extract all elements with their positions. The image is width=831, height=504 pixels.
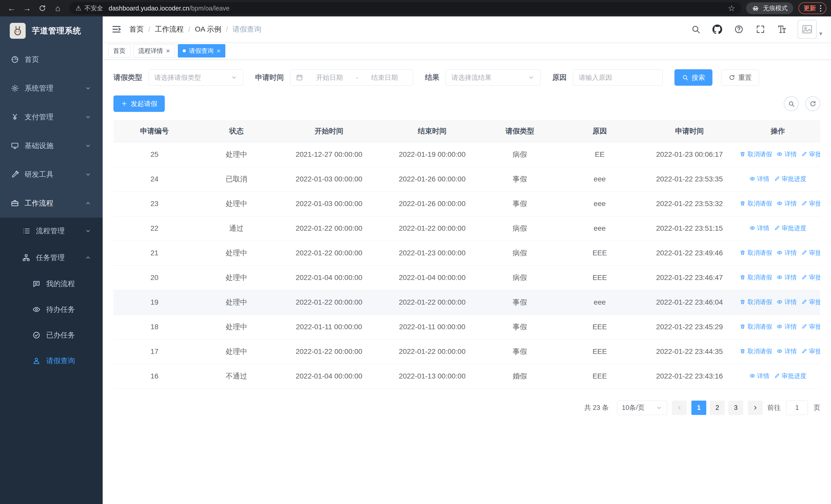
action-detail[interactable]: 详情 bbox=[777, 150, 797, 158]
sidebar-item-3[interactable]: 基础设施 bbox=[0, 131, 103, 160]
address-bar[interactable]: ⚠ 不安全 dashboard.yudao.iocoder.cn/bpm/oa/… bbox=[69, 2, 741, 14]
my-process-icon bbox=[32, 280, 40, 288]
page-button-3[interactable]: 3 bbox=[728, 401, 743, 415]
page-size-select[interactable]: 10条/页 bbox=[617, 401, 667, 415]
bookmark-star-icon[interactable]: ☆ bbox=[728, 3, 735, 13]
action-cancel[interactable]: 取消请假 bbox=[740, 199, 772, 208]
home-button[interactable]: ⌂ bbox=[51, 1, 65, 15]
action-progress[interactable]: 审批进度 bbox=[801, 298, 820, 306]
sidebar-item-2[interactable]: 支付管理 bbox=[0, 102, 103, 131]
date-range-picker[interactable]: 开始日期 - 结束日期 bbox=[290, 69, 413, 86]
action-progress[interactable]: 审批进度 bbox=[801, 347, 820, 355]
action-detail[interactable]: 详情 bbox=[749, 372, 769, 380]
sidebar-item-1[interactable]: 系统管理 bbox=[0, 74, 103, 102]
sidebar-item-11[interactable]: 请假查询 bbox=[0, 348, 103, 374]
result-select[interactable]: 请选择流结果 bbox=[446, 69, 541, 86]
action-detail[interactable]: 详情 bbox=[777, 273, 797, 281]
cell-id: 20 bbox=[113, 265, 195, 290]
sidebar-item-0[interactable]: 首页 bbox=[0, 45, 103, 74]
action-cancel[interactable]: 取消请假 bbox=[740, 298, 772, 306]
sidebar-item-5[interactable]: 工作流程 bbox=[0, 189, 103, 217]
action-detail[interactable]: 详情 bbox=[777, 323, 797, 331]
sidebar-item-6[interactable]: 流程管理 bbox=[0, 217, 103, 244]
done-icon bbox=[32, 331, 40, 339]
goto-page-input[interactable] bbox=[786, 401, 808, 415]
search-icon[interactable] bbox=[691, 24, 700, 34]
search-button[interactable]: 搜索 bbox=[675, 69, 712, 86]
reason-input[interactable] bbox=[579, 73, 657, 82]
user-menu[interactable]: ▾ bbox=[798, 20, 822, 39]
breadcrumb-item[interactable]: 工作流程 bbox=[155, 24, 184, 34]
sidebar-item-9[interactable]: 待办任务 bbox=[0, 297, 103, 322]
chevron-down-icon bbox=[656, 405, 662, 411]
leave-type-select[interactable]: 请选择请假类型 bbox=[148, 69, 243, 86]
refresh-table-button[interactable] bbox=[805, 96, 820, 111]
cell-end: 2022-01-26 00:00:00 bbox=[381, 191, 484, 216]
action-detail[interactable]: 详情 bbox=[777, 298, 797, 306]
security-chip[interactable]: ⚠ 不安全 bbox=[76, 4, 103, 12]
breadcrumb-item[interactable]: 首页 bbox=[130, 24, 144, 34]
chevron-left-icon bbox=[676, 405, 683, 411]
action-cancel[interactable]: 取消请假 bbox=[740, 347, 772, 355]
action-progress[interactable]: 审批进度 bbox=[801, 273, 820, 281]
tab-0[interactable]: 首页 bbox=[108, 44, 131, 58]
page-button-1[interactable]: 1 bbox=[691, 401, 706, 415]
action-cancel[interactable]: 取消请假 bbox=[740, 273, 772, 281]
help-icon[interactable] bbox=[734, 24, 744, 34]
font-size-icon[interactable] bbox=[777, 24, 787, 34]
action-progress[interactable]: 审批进度 bbox=[774, 372, 806, 380]
table-toolbar: 发起请假 bbox=[113, 95, 820, 112]
back-button[interactable]: ← bbox=[5, 1, 19, 15]
action-detail[interactable]: 详情 bbox=[749, 175, 769, 183]
cell-status: 处理中 bbox=[195, 241, 277, 265]
browser-menu-button[interactable]: 更新 bbox=[798, 2, 826, 14]
action-progress[interactable]: 审批进度 bbox=[801, 249, 820, 257]
reset-button[interactable]: 重置 bbox=[721, 69, 759, 86]
action-cancel[interactable]: 取消请假 bbox=[740, 249, 772, 257]
action-cancel[interactable]: 取消请假 bbox=[740, 150, 772, 158]
table-row: 16不通过2022-01-04 00:00:002022-01-13 00:00… bbox=[113, 364, 820, 388]
cell-status: 处理中 bbox=[195, 191, 277, 216]
action-detail[interactable]: 详情 bbox=[749, 224, 769, 232]
date-separator: - bbox=[356, 73, 358, 82]
breadcrumb-separator: / bbox=[189, 25, 191, 33]
forward-button[interactable]: → bbox=[20, 1, 34, 15]
pager-pages: 123 bbox=[691, 401, 743, 415]
action-progress[interactable]: 审批进度 bbox=[774, 175, 806, 183]
breadcrumb-separator: / bbox=[148, 25, 150, 33]
action-progress[interactable]: 审批进度 bbox=[801, 323, 820, 331]
action-progress[interactable]: 审批进度 bbox=[801, 150, 820, 158]
fullscreen-icon[interactable] bbox=[755, 24, 765, 34]
logo[interactable]: 芋道管理系统 bbox=[0, 17, 103, 45]
sidebar-item-7[interactable]: 任务管理 bbox=[0, 244, 103, 271]
page-button-2[interactable]: 2 bbox=[710, 401, 725, 415]
table-row: 20处理中2022-01-04 00:00:002022-01-04 00:00… bbox=[113, 265, 820, 290]
cell-id: 23 bbox=[113, 191, 195, 216]
action-progress[interactable]: 审批进度 bbox=[774, 224, 806, 232]
tab-1[interactable]: 流程详情× bbox=[134, 44, 175, 58]
reload-button[interactable] bbox=[35, 1, 49, 15]
breadcrumb-item[interactable]: OA 示例 bbox=[195, 24, 222, 34]
chevron-down-icon bbox=[85, 171, 91, 178]
close-icon[interactable]: × bbox=[166, 48, 170, 54]
toggle-search-button[interactable] bbox=[784, 96, 799, 111]
sidebar-item-10[interactable]: 已办任务 bbox=[0, 322, 103, 348]
action-cancel[interactable]: 取消请假 bbox=[740, 323, 772, 331]
action-detail[interactable]: 详情 bbox=[777, 249, 797, 257]
action-progress[interactable]: 审批进度 bbox=[801, 199, 820, 208]
incognito-badge: 无痕模式 bbox=[746, 2, 793, 14]
next-page-button[interactable] bbox=[748, 401, 763, 415]
create-leave-button[interactable]: 发起请假 bbox=[113, 95, 165, 112]
github-icon[interactable] bbox=[712, 24, 722, 34]
sidebar-item-8[interactable]: 我的流程 bbox=[0, 271, 103, 297]
tab-2[interactable]: 请假查询× bbox=[178, 44, 225, 58]
cell-id: 25 bbox=[113, 142, 195, 167]
action-detail[interactable]: 详情 bbox=[777, 199, 797, 208]
prev-page-button[interactable] bbox=[672, 401, 687, 415]
close-icon[interactable]: × bbox=[217, 48, 221, 54]
detail-icon bbox=[777, 324, 782, 329]
chevron-down-icon bbox=[85, 114, 91, 120]
sidebar-item-4[interactable]: 研发工具 bbox=[0, 160, 103, 189]
hamburger-icon[interactable] bbox=[111, 24, 122, 34]
action-detail[interactable]: 详情 bbox=[777, 347, 797, 355]
